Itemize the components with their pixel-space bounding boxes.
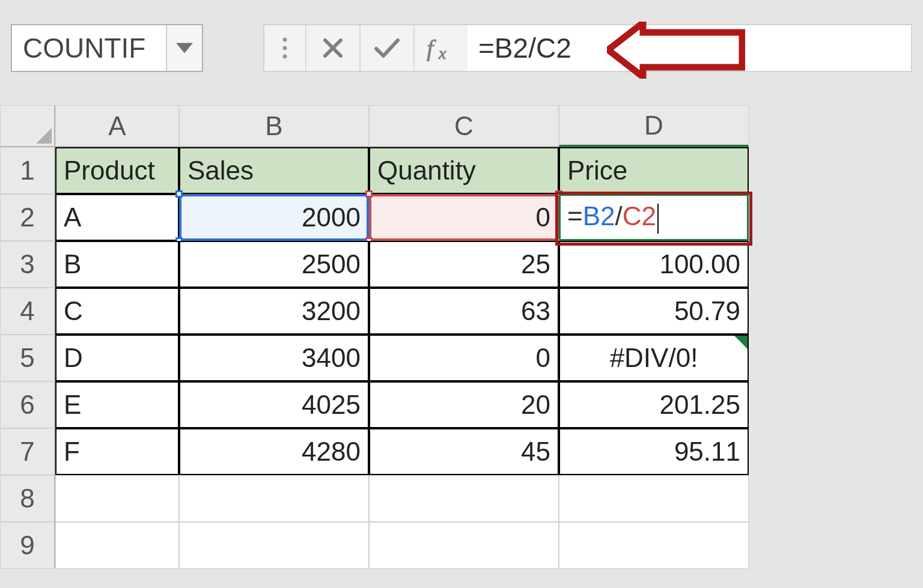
fx-icon: f x	[427, 35, 457, 61]
cancel-icon	[321, 37, 344, 59]
select-all-corner[interactable]	[0, 105, 55, 147]
cell-B7[interactable]: 4280	[179, 428, 369, 475]
cell-D6[interactable]: 201.25	[559, 381, 749, 428]
col-header-A[interactable]: A	[55, 105, 179, 147]
cell-A2[interactable]: A	[55, 194, 179, 241]
cell-C9[interactable]	[369, 522, 559, 569]
chevron-down-icon	[176, 43, 193, 53]
row-header-5[interactable]: 5	[0, 335, 55, 381]
cell-value: 0	[536, 202, 550, 232]
cell-D2[interactable]: =B2/C2	[559, 194, 749, 241]
cell-B2[interactable]: 2000	[179, 194, 369, 241]
table-row: 9	[0, 522, 923, 569]
cell-value: #DIV/0!	[610, 343, 698, 373]
cell-A8[interactable]	[55, 475, 179, 522]
cell-D9[interactable]	[559, 522, 749, 569]
cell-A5[interactable]: D	[55, 335, 179, 381]
cell-A9[interactable]	[55, 522, 179, 569]
cell-editing-formula: =B2/C2	[567, 201, 659, 233]
cell-A4[interactable]: C	[55, 288, 179, 335]
check-icon	[374, 37, 400, 59]
row-header-4[interactable]: 4	[0, 288, 55, 335]
row-header-7[interactable]: 7	[0, 428, 55, 475]
column-header-row: A B C D	[0, 105, 923, 147]
cell-B3[interactable]: 2500	[179, 241, 369, 288]
cancel-button[interactable]	[306, 25, 361, 71]
cell-B6[interactable]: 4025	[179, 381, 369, 428]
cell-value: 2000	[302, 202, 361, 232]
cell-A1[interactable]: Product	[55, 147, 179, 194]
name-box-text: COUNTIF	[23, 32, 145, 64]
row-header-1[interactable]: 1	[0, 147, 55, 194]
cell-B8[interactable]	[179, 475, 369, 522]
row-header-3[interactable]: 3	[0, 241, 55, 288]
formula-bar: COUNTIF f x =B2/C2	[11, 24, 912, 72]
cell-A7[interactable]: F	[55, 428, 179, 475]
cell-B4[interactable]: 3200	[179, 288, 369, 335]
table-row: 6 E 4025 20 201.25	[0, 381, 923, 428]
table-row: 1 Product Sales Quantity Price	[0, 147, 923, 194]
error-indicator-icon	[734, 336, 748, 349]
svg-text:x: x	[438, 44, 446, 61]
table-row: 2 A 2000 0 =B2/C2	[0, 194, 923, 241]
svg-point-3	[283, 55, 287, 58]
cell-D5[interactable]: #DIV/0!	[559, 335, 749, 381]
table-row: 5 D 3400 0 #DIV/0!	[0, 335, 923, 381]
cell-A6[interactable]: E	[55, 381, 179, 428]
cell-D3[interactable]: 100.00	[559, 241, 749, 288]
name-box-dropdown[interactable]	[166, 25, 202, 71]
svg-marker-0	[176, 43, 193, 53]
cell-D1[interactable]: Price	[559, 147, 749, 194]
formula-input[interactable]: =B2/C2	[468, 24, 912, 72]
table-row: 7 F 4280 45 95.11	[0, 428, 923, 475]
row-header-8[interactable]: 8	[0, 475, 55, 522]
cell-C8[interactable]	[369, 475, 559, 522]
cell-C2[interactable]: 0	[369, 194, 559, 241]
cell-B9[interactable]	[179, 522, 369, 569]
cell-D7[interactable]: 95.11	[559, 428, 749, 475]
cell-C4[interactable]: 63	[369, 288, 559, 335]
cell-D4[interactable]: 50.79	[559, 288, 749, 335]
table-row: 4 C 3200 63 50.79	[0, 288, 923, 335]
cell-A3[interactable]: B	[55, 241, 179, 288]
col-header-B[interactable]: B	[179, 105, 369, 147]
formula-text: =B2/C2	[478, 32, 571, 64]
formula-bar-buttons: f x	[263, 24, 470, 72]
insert-function-button[interactable]: f x	[415, 25, 469, 71]
row-header-6[interactable]: 6	[0, 381, 55, 428]
cell-B5[interactable]: 3400	[179, 335, 369, 381]
cell-C3[interactable]: 25	[369, 241, 559, 288]
enter-button[interactable]	[361, 25, 415, 71]
table-row: 3 B 2500 25 100.00	[0, 241, 923, 288]
svg-point-1	[283, 38, 287, 41]
cell-C7[interactable]: 45	[369, 428, 559, 475]
name-box[interactable]: COUNTIF	[11, 24, 203, 72]
col-header-C[interactable]: C	[369, 105, 559, 147]
cell-C6[interactable]: 20	[369, 381, 559, 428]
row-header-9[interactable]: 9	[0, 522, 55, 569]
cell-C1[interactable]: Quantity	[369, 147, 559, 194]
svg-text:f: f	[427, 35, 436, 61]
spreadsheet-grid[interactable]: A B C D 1 Product Sales Quantity Price 2…	[0, 105, 923, 569]
svg-point-2	[283, 46, 287, 50]
grip-icon	[264, 25, 306, 71]
table-row: 8	[0, 475, 923, 522]
cell-C5[interactable]: 0	[369, 335, 559, 381]
row-header-2[interactable]: 2	[0, 194, 55, 241]
cell-D8[interactable]	[559, 475, 749, 522]
svg-marker-8	[36, 128, 52, 144]
cell-B1[interactable]: Sales	[179, 147, 369, 194]
col-header-D[interactable]: D	[559, 105, 749, 147]
